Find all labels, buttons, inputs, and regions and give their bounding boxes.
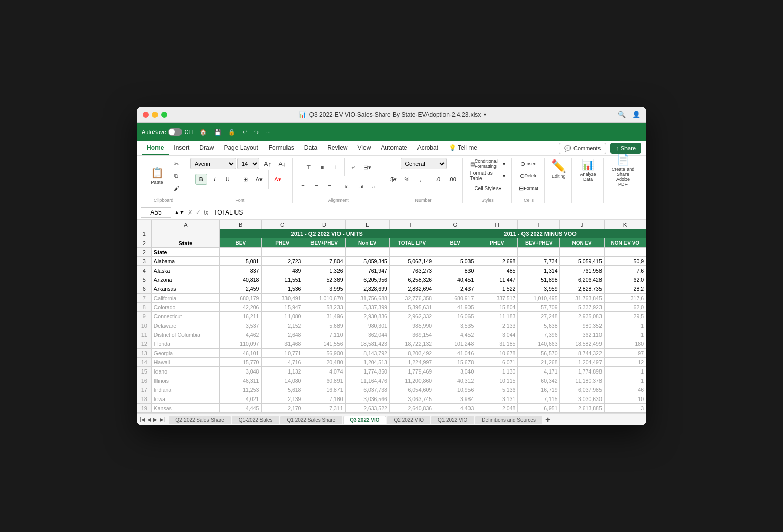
e-5[interactable]: 6,205,956 — [345, 275, 389, 284]
h-17[interactable]: 5,136 — [476, 385, 518, 394]
italic-button[interactable]: I — [208, 174, 221, 185]
table-row[interactable]: 6Arkansas2,4591,5363,9952,828,6992,832,6… — [137, 284, 646, 294]
e-2[interactable] — [345, 248, 389, 257]
k-8[interactable]: 62,0 — [604, 303, 646, 312]
row-num-9[interactable]: 9 — [137, 312, 152, 321]
analyze-data-button[interactable]: 📊 Analyze Data — [576, 158, 600, 182]
f-4[interactable]: 763,273 — [389, 266, 434, 275]
state-17[interactable]: Indiana — [151, 385, 219, 394]
f-17[interactable]: 6,054,609 — [389, 385, 434, 394]
col-A[interactable]: A — [151, 220, 219, 229]
g-12[interactable]: 101,248 — [434, 339, 476, 349]
b-8[interactable]: 42,206 — [220, 303, 262, 312]
row-num-15[interactable]: 15 — [137, 367, 152, 376]
d-2[interactable] — [303, 248, 345, 257]
c-16[interactable]: 14,080 — [262, 376, 303, 385]
increase-font-button[interactable]: A↑ — [260, 158, 274, 169]
g-15[interactable]: 3,040 — [434, 367, 476, 376]
h-10[interactable]: 2,133 — [476, 321, 518, 330]
e-4[interactable]: 761,947 — [345, 266, 389, 275]
e-17[interactable]: 6,037,738 — [345, 385, 389, 394]
c-12[interactable]: 31,468 — [262, 339, 303, 349]
g-7[interactable]: 680,917 — [434, 294, 476, 303]
merge-cells-button[interactable]: ⊟▾ — [360, 162, 374, 173]
k-17[interactable]: 46 — [604, 385, 646, 394]
k-20[interactable]: 40 — [604, 413, 646, 414]
k-16[interactable]: 1 — [604, 376, 646, 385]
state-3[interactable]: Alabama — [151, 257, 219, 266]
f-5[interactable]: 6,258,326 — [389, 275, 434, 284]
f-7[interactable]: 32,776,358 — [389, 294, 434, 303]
j-6[interactable]: 2,828,735 — [560, 284, 604, 294]
g-16[interactable]: 40,312 — [434, 376, 476, 385]
i-4[interactable]: 1,314 — [518, 266, 560, 275]
e-3[interactable]: 5,059,345 — [345, 257, 389, 266]
state-19[interactable]: Kansas — [151, 404, 219, 413]
row-num-18[interactable]: 18 — [137, 394, 152, 404]
state-6[interactable]: Arkansas — [151, 284, 219, 294]
table-row[interactable]: 5Arizona40,81811,55152,3696,205,9566,258… — [137, 275, 646, 284]
table-row[interactable]: 9Connecticut16,21111,08031,4962,930,8362… — [137, 312, 646, 321]
tab-home[interactable]: Home — [142, 141, 169, 155]
minimize-button[interactable] — [152, 112, 158, 118]
col-C[interactable]: C — [262, 220, 303, 229]
h-9[interactable]: 11,183 — [476, 312, 518, 321]
sheet-tab-q2-vio[interactable]: Q2 2022 VIO — [387, 416, 430, 424]
d-17[interactable]: 16,871 — [303, 385, 345, 394]
font-color-button[interactable]: A▾ — [271, 174, 284, 185]
first-sheet-btn[interactable]: |◀ — [140, 417, 145, 422]
table-row[interactable]: 13Georgia46,10110,77156,9008,143,7928,20… — [137, 349, 646, 358]
font-size-select[interactable]: 14 — [237, 158, 259, 169]
h-16[interactable]: 10,115 — [476, 376, 518, 385]
h-2[interactable] — [476, 248, 518, 257]
formula-input[interactable] — [212, 208, 642, 217]
search-icon[interactable]: 🔍 — [618, 111, 626, 118]
j-2[interactable] — [560, 248, 604, 257]
table-row[interactable]: 16Illinois46,31114,08060,89111,164,47611… — [137, 376, 646, 385]
state-13[interactable]: Georgia — [151, 349, 219, 358]
tab-page-layout[interactable]: Page Layout — [219, 141, 263, 155]
last-sheet-btn[interactable]: ▶| — [160, 417, 165, 422]
i-11[interactable]: 7,396 — [518, 330, 560, 339]
redo-qa-btn[interactable]: ↪ — [252, 128, 261, 137]
h-12[interactable]: 31,185 — [476, 339, 518, 349]
d-5[interactable]: 52,369 — [303, 275, 345, 284]
d-11[interactable]: 7,110 — [303, 330, 345, 339]
col-D[interactable]: D — [303, 220, 345, 229]
j-20[interactable]: 4,056,700 — [560, 413, 604, 414]
state-20[interactable]: Kentucky — [151, 413, 219, 414]
row-num-8[interactable]: 8 — [137, 303, 152, 312]
d-4[interactable]: 1,326 — [303, 266, 345, 275]
f-3[interactable]: 5,067,149 — [389, 257, 434, 266]
cell-reference-input[interactable] — [141, 207, 171, 218]
i-6[interactable]: 3,959 — [518, 284, 560, 294]
g-14[interactable]: 15,678 — [434, 358, 476, 367]
c-17[interactable]: 5,618 — [262, 385, 303, 394]
i-14[interactable]: 21,268 — [518, 358, 560, 367]
state-16[interactable]: Illinois — [151, 376, 219, 385]
comma-button[interactable]: , — [414, 174, 426, 185]
sheet-tab-q3-vio[interactable]: Q3 2022 VIO — [343, 416, 386, 424]
j-8[interactable]: 5,337,923 — [560, 303, 604, 312]
h-3[interactable]: 2,698 — [476, 257, 518, 266]
f-18[interactable]: 3,063,745 — [389, 394, 434, 404]
j-5[interactable]: 6,206,428 — [560, 275, 604, 284]
sheet-tab-q1-sales[interactable]: Q1-2022 Sales — [232, 416, 279, 424]
f-14[interactable]: 1,224,997 — [389, 358, 434, 367]
c-18[interactable]: 2,139 — [262, 394, 303, 404]
dropdown-icon[interactable]: ▾ — [484, 112, 486, 117]
e-7[interactable]: 31,756,688 — [345, 294, 389, 303]
add-sheet-button[interactable]: + — [545, 415, 550, 424]
b-2[interactable] — [220, 248, 262, 257]
k-19[interactable]: 3 — [604, 404, 646, 413]
b-11[interactable]: 4,462 — [220, 330, 262, 339]
table-row[interactable]: 3Alabama5,0812,7237,8045,059,3455,067,14… — [137, 257, 646, 266]
d-18[interactable]: 7,180 — [303, 394, 345, 404]
i-9[interactable]: 27,248 — [518, 312, 560, 321]
c-9[interactable]: 11,080 — [262, 312, 303, 321]
row-num-19[interactable]: 19 — [137, 404, 152, 413]
col-J[interactable]: J — [560, 220, 604, 229]
d-3[interactable]: 7,804 — [303, 257, 345, 266]
format-painter-button[interactable]: 🖌 — [170, 182, 182, 194]
f-12[interactable]: 18,722,132 — [389, 339, 434, 349]
